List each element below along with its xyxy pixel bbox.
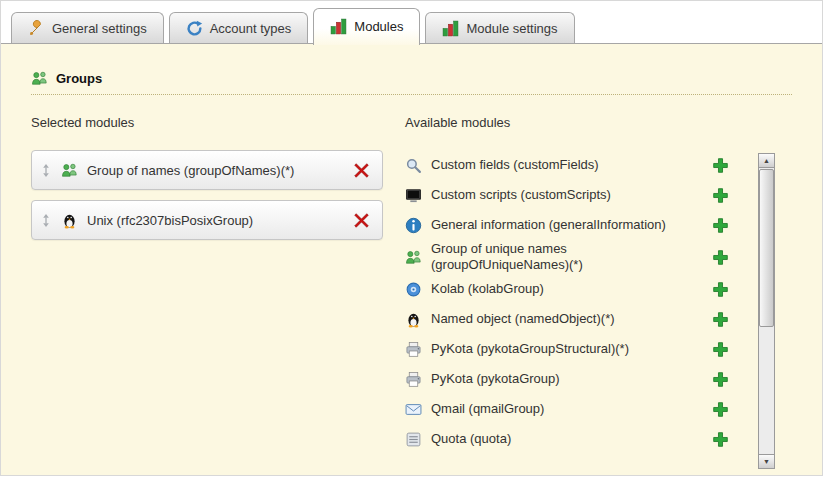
tux-icon: [61, 212, 78, 229]
tab-label: Account types: [210, 21, 292, 36]
refresh-icon: [186, 20, 203, 37]
available-module-label: PyKota (pykotaGroup): [431, 371, 560, 387]
plus-icon: [712, 157, 729, 174]
add-module-button[interactable]: [710, 339, 731, 360]
tab-modules[interactable]: Modules: [313, 8, 420, 45]
available-module-row: PyKota (pykotaGroupStructural)(*): [405, 335, 731, 365]
available-modules-heading: Available modules: [405, 115, 775, 130]
scroll-down-icon: ▼: [763, 458, 770, 465]
available-module-row: Kolab (kolabGroup): [405, 275, 731, 305]
plus-icon: [712, 371, 729, 388]
available-module-label: Qmail (qmailGroup): [431, 401, 544, 417]
section-header: Groups: [31, 70, 792, 95]
add-module-button[interactable]: [710, 399, 731, 420]
scroll-up-button[interactable]: ▲: [758, 153, 775, 168]
group-icon: [405, 249, 422, 266]
add-module-button[interactable]: [710, 369, 731, 390]
selected-modules-heading: Selected modules: [31, 115, 383, 130]
printer-icon: [405, 371, 422, 388]
selected-module-row[interactable]: Unix (rfc2307bisPosixGroup): [31, 200, 383, 240]
available-module-row: Custom scripts (customScripts): [405, 180, 731, 210]
available-module-label: Kolab (kolabGroup): [431, 281, 544, 297]
delete-icon: [353, 212, 370, 229]
scroll-down-button[interactable]: ▼: [758, 454, 775, 469]
tab-general-settings[interactable]: General settings: [11, 12, 164, 43]
add-module-button[interactable]: [710, 429, 731, 450]
available-module-label: Named object (namedObject)(*): [431, 311, 615, 327]
available-module-row: Custom fields (customFields): [405, 150, 731, 180]
modules-icon: [442, 20, 459, 37]
available-module-row: General information (generalInformation): [405, 210, 731, 240]
available-module-label: PyKota (pykotaGroupStructural)(*): [431, 341, 629, 357]
lam-configuration-window: General settings Account types Modules M…: [0, 0, 823, 476]
scrollbar-thumb[interactable]: [759, 169, 774, 327]
mail-icon: [405, 401, 422, 418]
plus-icon: [712, 249, 729, 266]
available-module-row: Named object (namedObject)(*): [405, 305, 731, 335]
available-module-label: Group of unique names (groupOfUniqueName…: [431, 241, 701, 274]
wrench-icon: [28, 20, 45, 37]
available-modules-list: Custom fields (customFields) Custom scri…: [405, 150, 731, 455]
tab-bar: General settings Account types Modules M…: [11, 6, 575, 43]
tab-label: Modules: [354, 19, 403, 34]
kolab-icon: [405, 281, 422, 298]
selected-module-label: Group of names (groupOfNames)(*): [87, 163, 294, 178]
remove-module-button[interactable]: [351, 210, 372, 231]
tab-account-types[interactable]: Account types: [169, 12, 309, 43]
available-module-row: PyKota (pykotaGroup): [405, 365, 731, 395]
available-module-row: Quota (quota): [405, 425, 731, 455]
modules-columns: Selected modules Group of names (groupOf…: [31, 115, 775, 455]
printer-icon: [405, 341, 422, 358]
remove-module-button[interactable]: [351, 160, 372, 181]
plus-icon: [712, 341, 729, 358]
tab-label: Module settings: [466, 21, 557, 36]
selected-module-row[interactable]: Group of names (groupOfNames)(*): [31, 150, 383, 190]
plus-icon: [712, 401, 729, 418]
add-module-button[interactable]: [710, 279, 731, 300]
plus-icon: [712, 311, 729, 328]
available-module-row: Group of unique names (groupOfUniqueName…: [405, 240, 731, 275]
add-module-button[interactable]: [710, 309, 731, 330]
tab-module-settings[interactable]: Module settings: [425, 12, 574, 43]
modules-icon: [330, 18, 347, 35]
tux-icon: [405, 311, 422, 328]
available-module-label: Quota (quota): [431, 431, 511, 447]
screen-icon: [405, 187, 422, 204]
drag-handle-icon[interactable]: [40, 163, 52, 178]
scroll-up-icon: ▲: [763, 157, 770, 164]
available-modules-scrollbar[interactable]: ▲ ▼: [758, 153, 775, 469]
selected-module-label: Unix (rfc2307bisPosixGroup): [87, 213, 253, 228]
group-icon: [61, 162, 78, 179]
groups-icon: [31, 70, 48, 87]
plus-icon: [712, 217, 729, 234]
available-module-label: Custom scripts (customScripts): [431, 187, 611, 203]
info-icon: [405, 217, 422, 234]
selected-modules-column: Selected modules Group of names (groupOf…: [31, 115, 383, 250]
add-module-button[interactable]: [710, 215, 731, 236]
delete-icon: [353, 162, 370, 179]
drag-handle-icon[interactable]: [40, 213, 52, 228]
add-module-button[interactable]: [710, 247, 731, 268]
available-module-row: Qmail (qmailGroup): [405, 395, 731, 425]
tab-label: General settings: [52, 21, 147, 36]
plus-icon: [712, 187, 729, 204]
add-module-button[interactable]: [710, 185, 731, 206]
available-module-label: General information (generalInformation): [431, 217, 666, 233]
available-modules-column: Available modules Custom fields (customF…: [405, 115, 775, 455]
plus-icon: [712, 281, 729, 298]
available-module-label: Custom fields (customFields): [431, 157, 599, 173]
quota-icon: [405, 431, 422, 448]
section-title: Groups: [56, 71, 102, 86]
magnifier-icon: [405, 157, 422, 174]
plus-icon: [712, 431, 729, 448]
modules-panel: Groups Selected modules Group of names (…: [1, 43, 822, 475]
add-module-button[interactable]: [710, 155, 731, 176]
